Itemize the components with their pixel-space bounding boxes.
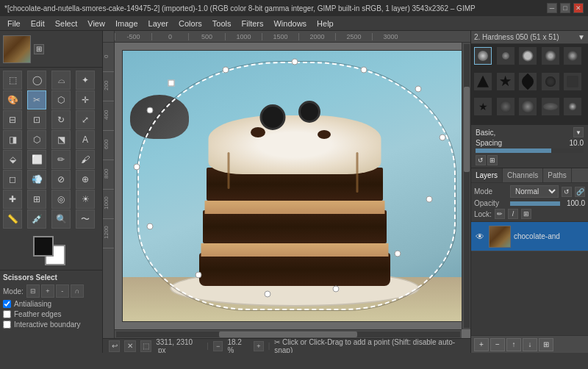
- tool-rect-select[interactable]: ⬚: [3, 71, 22, 90]
- tool-perspective[interactable]: ⬡: [27, 130, 46, 149]
- undo-button[interactable]: ↩: [109, 340, 120, 352]
- close-button[interactable]: ✕: [573, 3, 584, 13]
- brush-item-11[interactable]: ★: [474, 98, 492, 115]
- tool-flip[interactable]: ⬔: [51, 130, 71, 149]
- tool-blur[interactable]: ◎: [51, 190, 71, 209]
- foreground-color[interactable]: [33, 236, 54, 257]
- mode-add[interactable]: +: [41, 284, 54, 298]
- tool-airbrush[interactable]: 💨: [27, 170, 46, 189]
- menu-layer[interactable]: Layer: [144, 18, 173, 29]
- brush-item-3[interactable]: [519, 47, 537, 65]
- layer-visibility-icon[interactable]: 👁: [474, 231, 486, 243]
- menu-colors[interactable]: Colors: [174, 18, 207, 29]
- tool-warp[interactable]: 〜: [76, 209, 95, 229]
- brush-item-8[interactable]: [519, 73, 537, 90]
- mode-select[interactable]: Normal Multiply Screen: [510, 185, 559, 198]
- menu-select[interactable]: Select: [51, 18, 82, 29]
- h-scrollbar-thumb[interactable]: [219, 332, 356, 337]
- maximize-button[interactable]: □: [560, 3, 570, 13]
- layer-duplicate-button[interactable]: ⊞: [539, 338, 553, 351]
- h-scrollbar-track[interactable]: [116, 332, 460, 337]
- tool-heal[interactable]: ✚: [3, 190, 22, 209]
- v-scrollbar-thumb[interactable]: [464, 87, 470, 172]
- layer-up-button[interactable]: ↑: [506, 338, 521, 351]
- menu-view[interactable]: View: [83, 18, 110, 29]
- menu-help[interactable]: Help: [312, 18, 338, 29]
- menu-filters[interactable]: Filters: [237, 18, 268, 29]
- canvas-content[interactable]: [115, 43, 470, 338]
- tool-text[interactable]: A: [76, 130, 95, 149]
- brush-item-14[interactable]: [542, 98, 559, 115]
- tool-dodge[interactable]: ☀: [76, 190, 95, 209]
- tool-foreground-select[interactable]: ⬡: [51, 90, 71, 110]
- brush-item-6[interactable]: [474, 73, 492, 90]
- mode-subtract[interactable]: -: [56, 284, 69, 298]
- v-scrollbar[interactable]: [462, 43, 470, 329]
- tool-pencil[interactable]: ✏: [51, 150, 71, 169]
- layer-item-1[interactable]: 👁 chocolate-and: [471, 222, 588, 251]
- zoom-in-button[interactable]: +: [254, 341, 263, 351]
- tab-paths[interactable]: Paths: [543, 168, 572, 182]
- feather-checkbox[interactable]: [3, 310, 11, 318]
- antialiasing-checkbox[interactable]: [3, 300, 11, 308]
- brush-item-7[interactable]: [497, 73, 514, 90]
- tool-zoom[interactable]: 🔍: [51, 209, 71, 229]
- lock-position-btn[interactable]: ⊞: [521, 209, 531, 219]
- brush-type-dropdown[interactable]: ▼: [573, 127, 584, 137]
- tool-clone[interactable]: ⊕: [76, 170, 95, 189]
- tab-channels[interactable]: Channels: [503, 168, 543, 182]
- tool-crop[interactable]: ⊡: [27, 110, 46, 129]
- layer-add-button[interactable]: +: [474, 338, 489, 351]
- brush-item-13[interactable]: [519, 98, 537, 115]
- lock-alpha-btn[interactable]: /: [508, 209, 518, 219]
- brush-item-1[interactable]: [474, 47, 492, 65]
- tool-perspective-clone[interactable]: ⊞: [27, 190, 46, 209]
- zoom-out-button[interactable]: −: [213, 341, 223, 351]
- image-thumbnail[interactable]: [3, 35, 31, 63]
- brush-item-12[interactable]: [497, 98, 514, 115]
- tool-blend[interactable]: ⬜: [27, 150, 46, 169]
- tool-paintbrush[interactable]: 🖌: [76, 150, 95, 169]
- tool-eraser[interactable]: ◻: [3, 170, 22, 189]
- opacity-slider[interactable]: [510, 201, 560, 206]
- brush-item-15[interactable]: [564, 98, 581, 115]
- interactive-checkbox[interactable]: [3, 320, 11, 329]
- tool-free-select[interactable]: ⌓: [51, 71, 71, 90]
- brush-item-10[interactable]: [564, 73, 581, 90]
- brush-panel-collapse[interactable]: ▼: [578, 33, 585, 41]
- tool-bucket-fill[interactable]: ⬙: [3, 150, 22, 169]
- tool-ellipse-select[interactable]: ◯: [27, 71, 46, 90]
- tool-ink[interactable]: ⊘: [51, 170, 71, 189]
- mode-replace[interactable]: ⊟: [26, 284, 40, 298]
- clear-button[interactable]: ⬚: [140, 340, 151, 352]
- tool-fuzzy-select[interactable]: ✦: [76, 71, 95, 90]
- tool-select-by-color[interactable]: 🎨: [3, 90, 22, 110]
- brush-item-2[interactable]: [497, 47, 514, 65]
- minimize-button[interactable]: ─: [547, 3, 557, 13]
- menu-file[interactable]: File: [3, 18, 25, 29]
- tool-move[interactable]: ✛: [76, 90, 95, 110]
- layer-delete-button[interactable]: −: [490, 338, 505, 351]
- tool-shear[interactable]: ◨: [3, 130, 22, 149]
- menu-edit[interactable]: Edit: [26, 18, 49, 29]
- mode-link-icon[interactable]: 🔗: [575, 187, 585, 197]
- spacing-slider[interactable]: [476, 148, 584, 153]
- redo-button[interactable]: ✕: [124, 340, 135, 352]
- menu-tools[interactable]: Tools: [208, 18, 236, 29]
- lock-pixel-btn[interactable]: ✏: [495, 209, 505, 219]
- brush-link-icon[interactable]: ⊞: [487, 155, 498, 165]
- tool-measure[interactable]: 📏: [3, 209, 22, 229]
- brush-item-4[interactable]: [542, 47, 559, 65]
- brush-item-5[interactable]: [564, 47, 581, 65]
- menu-image[interactable]: Image: [111, 18, 143, 29]
- brush-reset-icon[interactable]: ↺: [476, 155, 486, 165]
- tool-rotate[interactable]: ↻: [51, 110, 71, 129]
- mode-intersect[interactable]: ∩: [71, 284, 84, 298]
- v-scrollbar-track[interactable]: [464, 44, 470, 328]
- tool-color-picker[interactable]: 💉: [27, 209, 46, 229]
- layer-down-button[interactable]: ↓: [523, 338, 537, 351]
- tool-scale[interactable]: ⤢: [76, 110, 95, 129]
- tool-scissors[interactable]: ✂: [27, 90, 46, 110]
- menu-windows[interactable]: Windows: [269, 18, 311, 29]
- tool-align[interactable]: ⊟: [3, 110, 22, 129]
